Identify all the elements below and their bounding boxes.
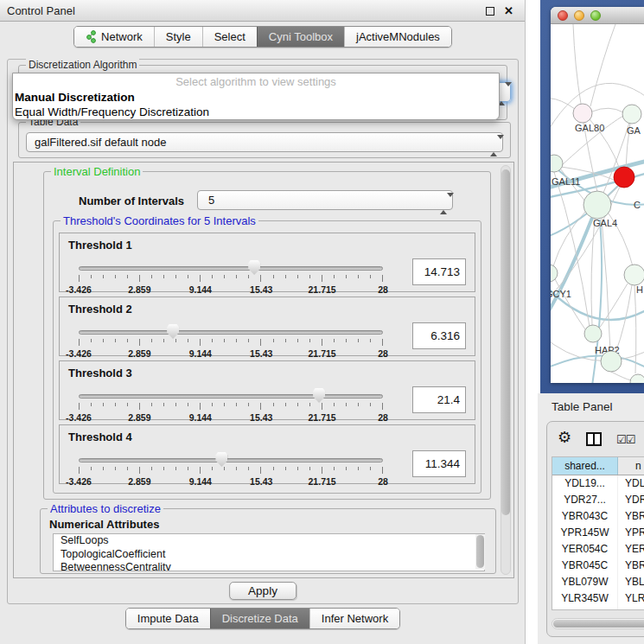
tab-jactivemnodules[interactable]: jActiveMNodules xyxy=(344,27,451,47)
network-edge-highlighted[interactable] xyxy=(551,282,644,320)
slider-handle[interactable] xyxy=(248,260,260,275)
threshold-slider[interactable]: -3.4262.8599.14415.4321.71528 xyxy=(79,259,383,292)
tab-select[interactable]: Select xyxy=(202,27,257,47)
threshold-value-field[interactable]: 14.713 xyxy=(412,258,466,285)
gear-icon[interactable]: ⚙ xyxy=(558,430,571,445)
network-edge-highlighted[interactable] xyxy=(592,220,602,383)
network-node-label: GAL80 xyxy=(575,123,604,133)
threshold-label: Threshold 4 xyxy=(68,430,132,443)
network-node[interactable] xyxy=(614,167,634,188)
numerical-attributes-list[interactable]: SelfLoopsTopologicalCoefficientBetweenne… xyxy=(53,533,485,571)
network-edge[interactable] xyxy=(551,99,575,109)
network-view-inner: GAL80GACGAL11GAL4GCY1HHAP2 xyxy=(551,7,644,383)
column-header-name[interactable]: n xyxy=(618,457,644,475)
network-canvas[interactable]: GAL80GACGAL11GAL4GCY1HHAP2 xyxy=(551,24,644,383)
slider-tick-labels: -3.4262.8599.14415.4321.71528 xyxy=(79,348,383,359)
table-row[interactable]: YBL079WYBL0 xyxy=(552,574,644,590)
table-row[interactable]: YBR043CYBR0 xyxy=(552,508,644,525)
threshold-slider[interactable]: -3.4262.8599.14415.4321.71528 xyxy=(79,451,383,484)
network-edge[interactable] xyxy=(591,219,595,325)
panel-scrollbar[interactable] xyxy=(501,165,511,575)
threshold-panel: Threshold 4-3.4262.8599.14415.4321.71528… xyxy=(59,424,475,484)
algorithm-dropdown-popup: Select algorithm to view settings Manual… xyxy=(12,73,500,120)
network-edge[interactable] xyxy=(634,285,636,373)
table-row[interactable]: YDL19...YDL1 xyxy=(552,475,644,492)
network-node[interactable] xyxy=(583,191,611,219)
tab-style[interactable]: Style xyxy=(154,27,202,47)
table-row[interactable]: YLR345WYLR3 xyxy=(552,590,644,607)
slider-track[interactable] xyxy=(79,266,383,271)
interval-definition-group: Interval Definition Number of Intervals … xyxy=(43,171,491,500)
list-item[interactable]: TopologicalCoefficient xyxy=(54,548,484,562)
number-of-intervals-spinner[interactable]: 5 xyxy=(197,190,453,210)
network-node[interactable] xyxy=(573,104,592,123)
network-node[interactable] xyxy=(584,325,602,342)
network-node[interactable] xyxy=(630,374,644,383)
threshold-value-field[interactable]: 11.344 xyxy=(412,450,466,477)
tab-impute-data[interactable]: Impute Data xyxy=(126,609,210,628)
thresholds-container: Threshold 1-3.4262.8599.14415.4321.71528… xyxy=(54,233,481,488)
close-icon[interactable]: ✕ xyxy=(504,0,513,22)
table-panel-title: Table Panel xyxy=(552,400,613,413)
network-node[interactable] xyxy=(551,265,558,282)
close-traffic-light[interactable] xyxy=(558,10,568,21)
network-edge[interactable] xyxy=(583,123,597,192)
table-data-combobox[interactable]: galFiltered.sif default node xyxy=(26,132,503,152)
slider-track[interactable] xyxy=(79,394,383,399)
network-node[interactable] xyxy=(601,351,622,372)
tab-cyni-toolbox[interactable]: Cyni Toolbox xyxy=(257,27,344,47)
slider-handle[interactable] xyxy=(313,388,325,403)
table-header-row: shared... n xyxy=(552,457,644,475)
table-row[interactable]: YER054CYER0 xyxy=(552,541,644,558)
list-item[interactable]: SelfLoops xyxy=(54,534,484,548)
network-edge[interactable] xyxy=(611,372,631,380)
dropdown-item-equal-width-frequency[interactable]: Equal Width/Frequency Discretization xyxy=(13,105,499,119)
slider-track[interactable] xyxy=(79,330,383,335)
threshold-value-field[interactable]: 6.316 xyxy=(412,322,466,349)
slider-handle[interactable] xyxy=(215,452,227,467)
threshold-slider[interactable]: -3.4262.8599.14415.4321.71528 xyxy=(79,387,383,420)
network-edge[interactable] xyxy=(573,24,581,104)
list-scrollbar[interactable] xyxy=(475,534,485,570)
slider-ticks xyxy=(79,339,383,346)
table-row[interactable]: YIL052CYIL0 xyxy=(552,607,644,610)
table-hscrollbar[interactable] xyxy=(552,618,644,629)
network-node-label: H xyxy=(636,284,643,295)
threshold-coordinates-label: Threshold's Coordinates for 5 Intervals xyxy=(61,214,258,227)
column-layout-icon[interactable] xyxy=(586,432,602,446)
attributes-group-label: Attributes to discretize xyxy=(48,502,163,515)
threshold-slider[interactable]: -3.4262.8599.14415.4321.71528 xyxy=(79,323,383,356)
table-row[interactable]: YPR145WYPR1 xyxy=(552,525,644,541)
table-row[interactable]: YBR045CYBR0 xyxy=(552,558,644,574)
zoom-traffic-light[interactable] xyxy=(590,10,601,21)
slider-handle[interactable] xyxy=(167,324,179,339)
table-data-group: Table Data galFiltered.sif default node xyxy=(18,122,511,158)
network-node[interactable] xyxy=(622,105,641,124)
combobox-arrows-icon xyxy=(490,137,496,155)
network-edge[interactable] xyxy=(602,219,610,351)
list-item[interactable]: BetweennessCentrality xyxy=(54,561,484,571)
network-edge-highlighted[interactable] xyxy=(551,355,644,370)
network-node[interactable] xyxy=(551,155,563,172)
tab-infer-network[interactable]: Infer Network xyxy=(309,609,399,628)
network-edge[interactable] xyxy=(599,284,628,328)
float-window-icon[interactable] xyxy=(486,7,494,16)
network-edge[interactable] xyxy=(555,279,585,329)
column-header-shared-name[interactable]: shared... xyxy=(552,457,618,475)
top-tab-bar: Network Style Select Cyni Toolbox jActiv… xyxy=(0,26,526,48)
network-node[interactable] xyxy=(624,265,644,285)
network-edge[interactable] xyxy=(592,108,623,112)
minimize-traffic-light[interactable] xyxy=(574,10,584,21)
slider-tick-labels: -3.4262.8599.14415.4321.71528 xyxy=(79,284,383,295)
apply-button[interactable]: Apply xyxy=(229,582,296,600)
table-row[interactable]: YDR27...YDR2 xyxy=(552,492,644,508)
slider-track[interactable] xyxy=(79,458,383,462)
tab-network[interactable]: Network xyxy=(74,27,154,47)
network-edge[interactable] xyxy=(590,24,615,106)
checkbox-filter-icons[interactable]: ☑☑ xyxy=(616,433,634,446)
dropdown-item-manual-discretization[interactable]: Manual Discretization xyxy=(13,90,499,105)
network-canvas-svg: GAL80GACGAL11GAL4GCY1HHAP2 xyxy=(551,24,644,383)
threshold-value-field[interactable]: 21.4 xyxy=(412,386,466,413)
tab-discretize-data[interactable]: Discretize Data xyxy=(210,609,309,628)
interval-definition-label: Interval Definition xyxy=(51,165,143,178)
